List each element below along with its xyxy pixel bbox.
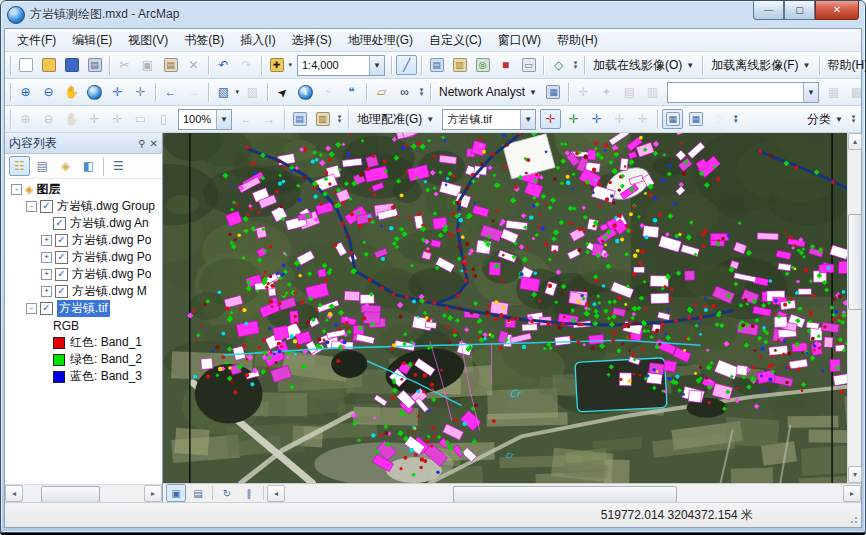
layout-zoom-out-icon[interactable]: ⊖ — [38, 109, 59, 129]
expand-icon[interactable]: + — [41, 235, 52, 246]
fixed-zoom-out-icon[interactable]: ✛ — [130, 82, 151, 102]
shift-raster-icon[interactable]: ✛ — [632, 109, 653, 129]
open-folder-icon[interactable] — [38, 55, 59, 75]
directions-window-icon[interactable]: ▤ — [619, 82, 640, 102]
network-dataset-icon[interactable]: ▥ — [642, 82, 663, 102]
collapse-icon[interactable]: - — [26, 201, 37, 212]
network-analyst-layer-combo[interactable]: ▼ — [667, 82, 819, 103]
print-icon[interactable]: ▤ — [84, 55, 105, 75]
add-data-icon[interactable]: ✚▾ — [266, 55, 287, 75]
layer-tree-item[interactable]: ✓方岩镇.dwg An — [5, 215, 162, 232]
zoom-out-icon[interactable]: ⊖ — [38, 82, 59, 102]
clear-selection-icon[interactable]: ▧ — [242, 82, 263, 102]
layer-tree-item[interactable]: +✓方岩镇.dwg Po — [5, 266, 162, 283]
menu-item[interactable]: 窗口(W) — [490, 30, 549, 51]
paste-icon[interactable]: ▤ — [160, 55, 181, 75]
layout-100-percent-icon[interactable]: ▯ — [153, 109, 174, 129]
map-scale-combo[interactable]: 1:4,000▼ — [297, 55, 385, 76]
scroll-left-icon[interactable]: ◂ — [267, 485, 285, 502]
pin-icon[interactable]: ⚲ — [138, 138, 145, 149]
rotate-raster-icon[interactable]: ✛ — [609, 109, 630, 129]
menu-item[interactable]: 书签(B) — [176, 30, 232, 51]
search-window-icon[interactable]: ◎ — [472, 55, 493, 75]
arctoolbox-icon[interactable]: ■ — [495, 55, 516, 75]
toc-header[interactable]: 内容列表 ⚲ ✕ — [5, 133, 162, 154]
layer-tree-item[interactable]: RGB — [5, 317, 162, 334]
chevron-down-icon[interactable]: ▼ — [216, 110, 231, 129]
save-icon[interactable] — [61, 55, 82, 75]
data-view-button[interactable]: ▣ — [166, 484, 186, 502]
toolbar-overflow-icon[interactable]: ▾▾ — [848, 115, 859, 123]
georef-layer-combo[interactable]: 方岩镇.tif▼ — [442, 109, 536, 130]
expand-icon[interactable]: + — [41, 286, 52, 297]
layout-zoom-in-icon[interactable]: ⊕ — [15, 109, 36, 129]
scroll-right-icon[interactable]: ▸ — [843, 485, 861, 502]
list-by-selection-button[interactable]: ◧ — [78, 156, 99, 176]
find-icon[interactable]: ∞ — [394, 82, 415, 102]
layer-visibility-checkbox[interactable]: ✓ — [40, 200, 53, 213]
layout-whole-page-icon[interactable]: ▭ — [130, 109, 151, 129]
zoom-in-icon[interactable]: ⊕ — [15, 82, 36, 102]
minimize-button[interactable]: — — [753, 1, 784, 20]
identify-icon[interactable]: i — [295, 82, 316, 102]
close-button[interactable]: ✕ — [815, 1, 859, 20]
scroll-down-icon[interactable]: ▾ — [848, 466, 862, 483]
measure-icon[interactable]: ▱ — [371, 82, 392, 102]
layer-tree-item[interactable]: +✓方岩镇.dwg M — [5, 283, 162, 300]
redo-icon[interactable]: ↷ — [236, 55, 257, 75]
close-icon[interactable]: ✕ — [150, 138, 158, 149]
expand-icon[interactable]: + — [41, 252, 52, 263]
fixed-zoom-in-icon[interactable]: ✛ — [107, 82, 128, 102]
scroll-up-icon[interactable]: ▴ — [848, 133, 862, 150]
layout-pan-icon[interactable]: ✋ — [61, 109, 82, 129]
map-canvas[interactable]: CrCr — [163, 133, 847, 483]
layout-forward-icon[interactable]: → — [259, 109, 280, 129]
load-offline-imagery-button[interactable]: 加载离线影像(F)▼ — [706, 55, 815, 76]
menu-item[interactable]: 编辑(E) — [64, 30, 120, 51]
layer-tree-item[interactable]: +✓方岩镇.dwg Po — [5, 249, 162, 266]
layer-visibility-checkbox[interactable]: ✓ — [55, 285, 68, 298]
pause-drawing-button[interactable]: ∥ — [239, 484, 259, 502]
map-vscroll-thumb[interactable] — [848, 214, 862, 310]
classify-menu-button[interactable]: 分类▼ — [802, 109, 848, 130]
solve-route-icon[interactable]: ✦ — [596, 82, 617, 102]
expand-icon[interactable]: + — [41, 269, 52, 280]
layout-fixed-zoom-in-icon[interactable]: ✛ — [84, 109, 105, 129]
layer-visibility-checkbox[interactable]: ✓ — [55, 234, 68, 247]
edit-tool-icon[interactable]: ╱ — [396, 55, 417, 75]
map-hscroll-thumb[interactable] — [453, 486, 677, 503]
toolbar-overflow-icon[interactable]: ▾▾ — [730, 115, 741, 123]
python-window-icon[interactable]: ▭ — [518, 55, 539, 75]
menu-item[interactable]: 自定义(C) — [421, 30, 490, 51]
collapse-icon[interactable]: - — [11, 184, 22, 195]
list-by-source-button[interactable]: ▤ — [32, 156, 53, 176]
undo-icon[interactable]: ↶ — [213, 55, 234, 75]
add-control-points-icon[interactable]: ✛ — [540, 109, 561, 129]
catalog-window-icon[interactable]: ▥ — [449, 55, 470, 75]
toc-hscrollbar[interactable]: ◂ ▸ — [5, 484, 162, 502]
select-link-icon[interactable]: ✛ — [563, 109, 584, 129]
network-tool-icon[interactable]: ▦ — [823, 82, 844, 102]
toolbar-overflow-icon[interactable]: ▾▾ — [334, 115, 345, 123]
layer-visibility-checkbox[interactable]: ✓ — [55, 268, 68, 281]
layer-tree-item-selected[interactable]: -✓方岩镇.tif — [5, 300, 162, 317]
list-by-drawing-order-button[interactable]: ☷ — [9, 156, 30, 176]
layer-tree-item[interactable]: 蓝色: Band_3 — [5, 368, 162, 385]
menu-item[interactable]: 文件(F) — [9, 30, 64, 51]
toolbar-overflow-icon[interactable]: ▾▾ — [416, 88, 427, 96]
new-document-icon[interactable] — [15, 55, 36, 75]
network-analyst-window-icon[interactable]: ▦ — [543, 82, 564, 102]
resize-grip[interactable] — [847, 513, 859, 525]
create-network-location-icon[interactable]: ✛ — [573, 82, 594, 102]
chevron-down-icon[interactable]: ▼ — [520, 110, 535, 129]
menu-item[interactable]: 地理处理(G) — [340, 30, 421, 51]
menu-item[interactable]: 帮助(H) — [549, 30, 606, 51]
auto-adjust-icon[interactable]: ✛ — [586, 109, 607, 129]
select-features-icon[interactable]: ▧▾ — [213, 82, 234, 102]
title-bar[interactable]: 方岩镇测绘图.mxd - ArcMap —▢✕ — [1, 1, 865, 28]
scroll-left-icon[interactable]: ◂ — [5, 485, 23, 502]
full-extent-globe-icon[interactable] — [84, 82, 105, 102]
load-online-imagery-button[interactable]: 加载在线影像(O)▼ — [588, 55, 699, 76]
layer-tree-item[interactable]: -✓方岩镇.dwg Group — [5, 198, 162, 215]
layer-tree-item[interactable]: 红色: Band_1 — [5, 334, 162, 351]
